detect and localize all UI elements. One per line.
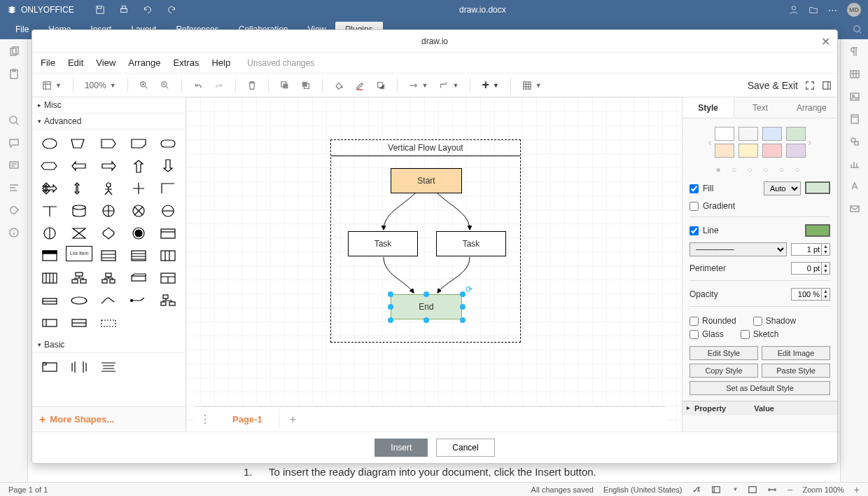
line-color-icon[interactable] [351,78,369,93]
tab-style[interactable]: Style [682,97,734,118]
palette-next-icon[interactable]: › [808,137,812,148]
shape-item[interactable] [66,313,92,333]
shape-item[interactable] [95,201,122,221]
zoom-out-tb-icon[interactable] [156,78,174,93]
palette-swatch[interactable] [738,144,758,158]
dio-menu-help[interactable]: Help [211,57,230,68]
redo-icon[interactable] [167,5,176,15]
tab-text[interactable]: Text [734,97,785,118]
image-icon[interactable] [849,91,860,102]
user-icon[interactable] [789,5,799,15]
zoom-out-icon[interactable]: − [787,484,792,495]
shape-item[interactable] [125,246,152,266]
paste-style-button[interactable]: Paste Style [762,364,830,378]
mail-icon[interactable] [849,203,860,214]
spin-up-icon[interactable]: ▲ [822,289,830,294]
page-add-icon[interactable]: + [280,408,306,432]
shape-item[interactable] [36,223,63,243]
shape-item[interactable] [155,291,181,310]
more-icon[interactable]: ⋯ [828,5,837,15]
page-tab-1[interactable]: Page-1 [216,408,280,430]
shape-item[interactable] [125,291,152,310]
shape-item[interactable] [155,201,181,221]
shape-item[interactable] [155,134,181,153]
copy-icon[interactable] [8,46,20,57]
shape-item[interactable] [66,201,92,221]
dio-menu-view[interactable]: View [96,57,115,68]
table-icon[interactable] [849,69,860,80]
paste-icon[interactable] [8,69,20,80]
shadow-icon[interactable] [372,78,390,93]
info-icon[interactable] [8,227,20,238]
shape-item[interactable] [155,268,181,288]
glass-checkbox[interactable] [690,330,699,339]
line-checkbox[interactable] [690,226,699,235]
chat-icon[interactable] [8,160,20,171]
to-front-icon[interactable] [276,78,294,93]
zoom-in-tb-icon[interactable] [135,78,153,93]
shape-item[interactable] [36,134,63,153]
shape-item[interactable] [95,246,122,266]
shape-item[interactable] [155,156,181,176]
add-icon[interactable]: +▼ [477,75,503,95]
rounded-checkbox[interactable] [690,317,699,326]
perimeter-input[interactable] [791,262,822,275]
chart-icon[interactable] [849,158,860,170]
shapes-section-misc[interactable]: ▸Misc [32,97,186,113]
folder-icon[interactable] [808,5,818,15]
save-exit-button[interactable]: Save & Exit [748,80,798,91]
spin-up-icon[interactable]: ▲ [822,263,830,268]
edit-image-button[interactable]: Edit Image [762,346,830,360]
palette-swatch[interactable] [715,144,734,158]
cancel-button[interactable]: Cancel [436,439,494,457]
zoom-in-icon[interactable]: + [854,484,860,495]
undo-icon[interactable] [143,5,153,15]
status-zoom[interactable]: Zoom 100% [803,485,844,494]
shapes-section-basic[interactable]: ▾Basic [32,337,186,353]
dio-menu-extras[interactable]: Extras [174,57,200,68]
shape-item[interactable] [155,246,181,266]
shape-icon[interactable] [849,136,860,147]
shape-item[interactable] [95,291,122,310]
dialog-close-icon[interactable]: ✕ [821,35,830,48]
flow-container[interactable]: Vertical Flow Layout Start Task Task End… [330,139,521,343]
shape-item[interactable] [36,268,63,288]
search-icon[interactable] [8,115,20,126]
tab-arrange[interactable]: Arrange [786,97,837,118]
shape-item[interactable] [125,223,152,243]
undo-tb-icon[interactable] [189,78,207,93]
palette-swatch[interactable] [715,127,734,141]
shape-item[interactable] [36,201,63,221]
shape-item[interactable] [66,179,92,198]
fill-mode-select[interactable]: Auto [764,181,801,195]
shape-item[interactable] [95,357,122,377]
shape-item[interactable]: List Item [66,246,92,261]
spin-down-icon[interactable]: ▼ [822,294,830,300]
gradient-checkbox[interactable] [690,202,699,211]
shape-item[interactable] [36,179,63,198]
header-footer-icon[interactable] [849,113,860,125]
shape-item[interactable] [66,357,92,377]
feedback-icon[interactable] [8,205,20,216]
status-lang[interactable]: English (United States) [603,485,682,494]
shape-item[interactable] [95,179,122,198]
fill-color-icon[interactable] [330,78,348,93]
shape-item[interactable] [66,291,92,310]
tracking-icon[interactable] [711,485,721,495]
line-style-select[interactable]: ─────── [690,242,787,256]
shape-item[interactable] [95,313,122,333]
textart-icon[interactable] [849,181,860,192]
shape-item[interactable] [125,268,152,288]
shape-item[interactable] [125,134,152,153]
more-shapes-button[interactable]: +More Shapes... [32,406,186,432]
palette-swatch[interactable] [786,127,806,141]
spin-down-icon[interactable]: ▼ [822,268,830,274]
save-icon[interactable] [95,5,105,15]
shape-item[interactable] [66,223,92,243]
shape-item[interactable] [36,156,63,176]
shape-item[interactable] [36,357,63,377]
edit-style-button[interactable]: Edit Style [690,346,758,360]
view-dropdown[interactable]: ▼ [38,78,66,93]
spin-up-icon[interactable]: ▲ [822,244,830,249]
shape-item[interactable] [95,268,122,288]
